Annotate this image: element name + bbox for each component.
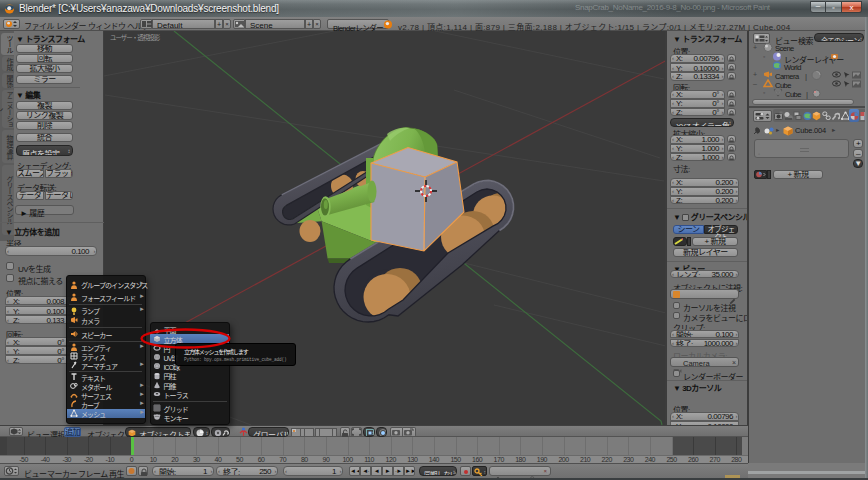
svg-text:ユーザー・透視投影: ユーザー・透視投影 [110,33,161,42]
